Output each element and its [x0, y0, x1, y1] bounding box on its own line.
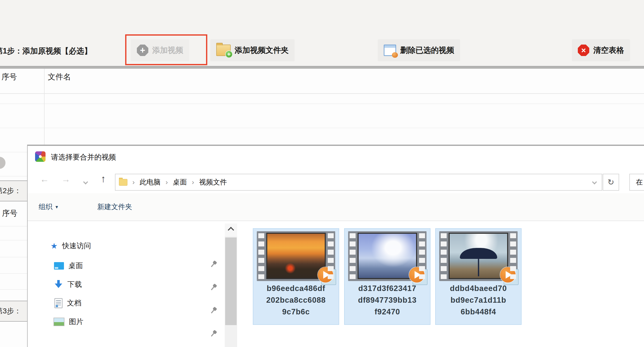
delete-video-icon [384, 44, 396, 56]
sidebar-item-label: 图片 [69, 317, 83, 327]
scroll-up-button[interactable] [225, 224, 237, 236]
history-chevron-icon[interactable] [83, 180, 88, 184]
step2-band: 第2步： [0, 180, 27, 202]
sidebar-item-label: 桌面 [68, 261, 83, 271]
table-gridline [0, 257, 27, 258]
sidebar-item-label: 文档 [67, 298, 81, 308]
clear-icon: × [578, 44, 589, 56]
umbrella-pole-shape [478, 256, 479, 276]
table-gridline [0, 240, 27, 240]
add-video-folder-label: 添加视频文件夹 [235, 45, 289, 56]
pin-icon [211, 332, 215, 336]
app-left-strip: 第2步： 序号 第3步： [0, 144, 27, 347]
scrollbar-thumb[interactable] [225, 238, 237, 325]
table-gridline [0, 152, 27, 152]
table-gridline [0, 289, 27, 290]
up-button[interactable]: ↑ [101, 174, 106, 184]
step1-label: 第1步：添加原视频【必选】 [0, 46, 92, 56]
table-gridline [0, 104, 644, 104]
delete-selected-label: 删除已选的视频 [400, 45, 454, 56]
refresh-button[interactable]: ↻ [603, 174, 619, 191]
pin-icon [211, 310, 215, 314]
sidebar-item-desktop[interactable]: 桌面 [54, 260, 83, 272]
column-header-index-2[interactable]: 序号 [2, 208, 18, 218]
chevron-up-icon [228, 227, 234, 233]
video-thumbnail [348, 231, 426, 281]
sidebar-item-downloads[interactable]: 下载 [54, 278, 82, 290]
download-arrow-icon [54, 280, 63, 289]
search-box[interactable]: 在 [629, 174, 644, 191]
sky-sea-scene-image [358, 233, 417, 279]
video-thumbnail [257, 231, 335, 281]
screen: 第1步：添加原视频【必选】 + 添加视频 添加视频文件夹 删除已选的视频 × 清… [0, 0, 644, 347]
table-gridline [0, 176, 27, 176]
step3-label: 第3步： [0, 306, 21, 316]
sidebar-item-documents[interactable]: 文档 [54, 297, 81, 309]
clear-table-button[interactable]: × 清空表格 [572, 39, 630, 61]
table-header-border [0, 93, 644, 94]
crumb-separator-icon: › [192, 178, 194, 186]
app-icon [35, 151, 46, 162]
quick-access-star-icon: ★ [50, 242, 58, 250]
table-gridline [0, 226, 27, 226]
sidebar-item-label: 下载 [68, 280, 82, 290]
forward-button[interactable]: → [62, 175, 70, 184]
breadcrumb-desktop[interactable]: 桌面 [173, 178, 187, 187]
dialog-title: 请选择要合并的视频 [51, 152, 116, 162]
search-text: 在 [636, 178, 643, 187]
file-tile[interactable]: d317d3f623417 df8947739bb13 f92470 [344, 228, 430, 325]
organize-label: 组织 [38, 202, 52, 212]
video-table: 序号 文件名 [0, 69, 644, 144]
scrollbar[interactable] [225, 224, 237, 347]
add-video-folder-button[interactable]: 添加视频文件夹 [210, 39, 295, 61]
back-button[interactable]: ← [40, 175, 49, 184]
table-gridline [0, 273, 27, 274]
desktop-icon [54, 262, 64, 270]
breadcrumb-this-pc[interactable]: 此电脑 [140, 178, 160, 187]
file-name: d317d3f623417 df8947739bb13 f92470 [346, 282, 428, 318]
sunset-scene-image [266, 233, 326, 279]
crumb-separator-icon: › [132, 178, 134, 186]
sidebar-item-pictures[interactable]: 图片 [54, 316, 83, 328]
step2-label: 第2步： [0, 186, 21, 196]
folder-plus-icon [216, 44, 231, 56]
file-tile[interactable]: ddbd4baeed70 bd9ec7a1d11b 6bb448f4 [435, 228, 522, 325]
table-column-divider [44, 69, 44, 144]
video-thumbnail [439, 231, 518, 281]
organize-button[interactable]: 组织 ▾ [38, 202, 58, 212]
picture-icon [54, 318, 64, 326]
pin-icon [211, 286, 215, 290]
document-icon [54, 298, 62, 308]
column-header-index[interactable]: 序号 [2, 72, 17, 82]
breadcrumb-video-folder[interactable]: 视频文件 [199, 178, 227, 187]
address-dropdown-icon[interactable] [592, 180, 597, 184]
column-header-filename[interactable]: 文件名 [48, 72, 71, 82]
new-folder-label: 新建文件夹 [97, 202, 132, 212]
step3-band: 第3步： [0, 301, 27, 322]
new-folder-button[interactable]: 新建文件夹 [97, 202, 132, 212]
file-name: b96eedca486df 202bca8cc6088 9c7b6c [255, 282, 337, 318]
address-bar[interactable]: › 此电脑 › 桌面 › 视频文件 [115, 174, 602, 191]
beach-umbrella-scene-image [449, 233, 508, 279]
quick-access-label: 快速访问 [62, 241, 91, 251]
pin-icon [211, 263, 215, 267]
delete-selected-button[interactable]: 删除已选的视频 [378, 39, 460, 61]
caret-down-icon: ▾ [56, 204, 58, 210]
file-dialog: 请选择要合并的视频 ← → ↑ › 此电脑 › 桌面 › 视频文件 ↻ 在 组织… [27, 144, 644, 347]
clear-table-label: 清空表格 [593, 45, 624, 56]
table-gridline [0, 128, 644, 128]
highlight-box [125, 34, 207, 65]
file-name: ddbd4baeed70 bd9ec7a1d11b 6bb448f4 [437, 282, 520, 318]
sidebar-item-quick-access[interactable]: ★ 快速访问 [50, 240, 91, 252]
crumb-separator-icon: › [166, 178, 168, 186]
folder-icon [119, 179, 128, 186]
file-tile[interactable]: b96eedca486df 202bca8cc6088 9c7b6c [253, 228, 339, 325]
